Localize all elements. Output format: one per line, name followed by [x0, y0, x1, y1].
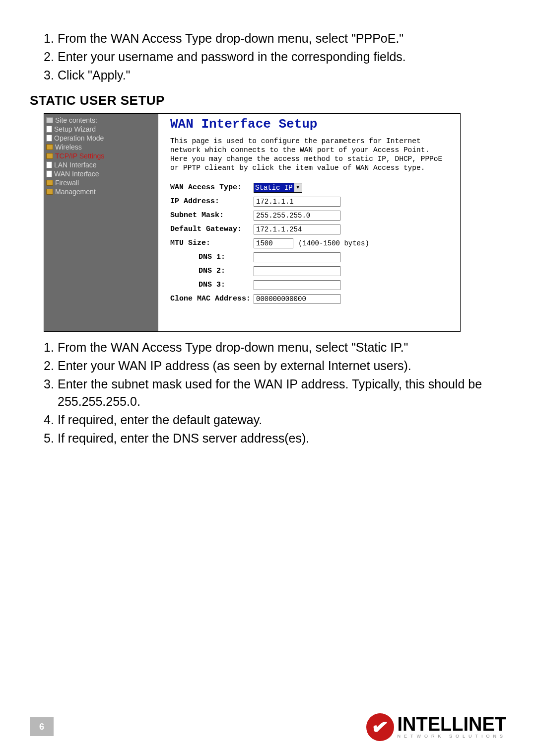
clone-mac-input[interactable]: 000000000000 [254, 294, 340, 304]
sidebar-item-management[interactable]: Management [46, 187, 158, 196]
page-icon [46, 170, 52, 177]
chevron-down-icon: ▼ [294, 183, 302, 192]
folder-open-icon [46, 153, 53, 159]
page-icon [46, 135, 52, 142]
page-icon [46, 161, 52, 168]
step-text: From the WAN Access Type drop-down menu,… [58, 339, 408, 356]
step-num: 2. [44, 48, 58, 66]
sidebar-item-firewall[interactable]: Firewall [46, 178, 158, 187]
dns2-input[interactable] [254, 266, 340, 276]
ip-address-label: IP Address: [170, 197, 254, 206]
logo-mark-icon: ✔ [366, 713, 394, 741]
sidebar-item-lan-interface[interactable]: LAN Interface [46, 160, 158, 169]
dns2-label: DNS 2: [170, 267, 254, 275]
wan-interface-panel: WAN Interface Setup This page is used to… [158, 114, 460, 331]
sidebar-item-wan-interface[interactable]: WAN Interface [46, 169, 158, 178]
dns1-label: DNS 1: [170, 253, 254, 261]
folder-icon [46, 180, 53, 186]
dns3-label: DNS 3: [170, 281, 254, 289]
step-text: If required, enter the DNS server addres… [58, 430, 309, 447]
panel-title: WAN Interface Setup [170, 117, 450, 132]
default-gateway-input[interactable]: 172.1.1.254 [254, 225, 340, 234]
step-num: 3. [44, 376, 58, 410]
ip-address-input[interactable]: 172.1.1.1 [254, 197, 340, 207]
step-num: 2. [44, 357, 58, 375]
logo-text: INTELLINET [397, 716, 506, 733]
default-gateway-label: Default Gateway: [170, 225, 254, 233]
step-text: Enter your username and password in the … [58, 48, 406, 66]
step-num: 4. [44, 411, 58, 429]
static-ip-instructions: 1.From the WAN Access Type drop-down men… [30, 339, 506, 447]
step-text: If required, enter the default gateway. [58, 411, 262, 429]
router-ui-screenshot: Site contents: Setup Wizard Operation Mo… [44, 113, 461, 332]
sidebar-item-setup-wizard[interactable]: Setup Wizard [46, 125, 158, 134]
wan-access-type-label: WAN Access Type: [170, 183, 254, 192]
checkmark-icon: ✔ [370, 715, 390, 740]
sidebar-item-operation-mode[interactable]: Operation Mode [46, 134, 158, 143]
logo-subtext: NETWORK SOLUTIONS [397, 734, 506, 739]
panel-description: This page is used to configure the param… [170, 137, 450, 173]
step-text: Enter the subnet mask used for the WAN I… [58, 376, 506, 410]
step-text: Click "Apply." [58, 67, 130, 84]
dns3-input[interactable] [254, 280, 340, 290]
sidebar-item-wireless[interactable]: Wireless [46, 143, 158, 151]
step-text: From the WAN Access Type drop-down menu,… [58, 30, 403, 47]
dns1-input[interactable] [254, 252, 340, 262]
folder-icon [46, 144, 53, 150]
tree-root: Site contents: [46, 116, 158, 125]
step-num: 5. [44, 430, 58, 447]
section-heading: STATIC USER SETUP [30, 93, 506, 108]
step-text: Enter your WAN IP address (as seen by ex… [58, 357, 411, 375]
subnet-mask-input[interactable]: 255.255.255.0 [254, 211, 340, 221]
step-num: 1. [44, 30, 58, 47]
mtu-size-note: (1400-1500 bytes) [298, 239, 369, 247]
sidebar-item-tcpip-settings[interactable]: TCP/IP Settings [46, 151, 158, 160]
page-number: 6 [30, 717, 54, 736]
brand-logo: ✔ INTELLINET NETWORK SOLUTIONS [366, 713, 506, 741]
folder-icon [46, 189, 53, 195]
step-num: 1. [44, 339, 58, 356]
page-icon [46, 126, 52, 133]
subnet-mask-label: Subnet Mask: [170, 211, 254, 220]
step-num: 3. [44, 67, 58, 84]
pppoe-instructions: 1.From the WAN Access Type drop-down men… [30, 30, 506, 84]
mtu-size-label: MTU Size: [170, 239, 254, 247]
tree-root-icon [46, 117, 53, 123]
sidebar-tree: Site contents: Setup Wizard Operation Mo… [44, 114, 158, 331]
clone-mac-label: Clone MAC Address: [170, 295, 254, 303]
wan-access-type-select[interactable]: Static IP ▼ [254, 183, 302, 193]
mtu-size-input[interactable]: 1500 [254, 238, 293, 248]
